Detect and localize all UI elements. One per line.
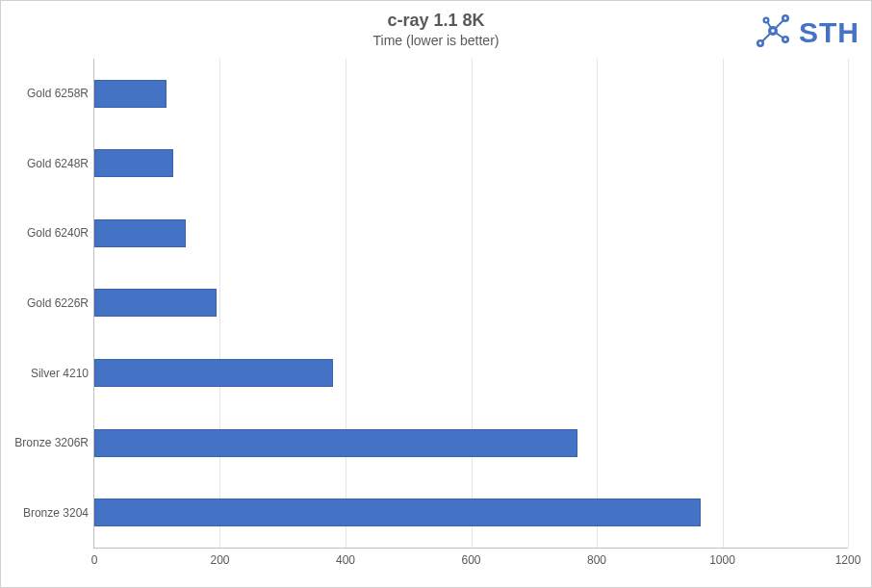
x-tick-label: 200	[210, 553, 229, 567]
y-tick-label: Bronze 3204	[8, 506, 89, 520]
gridline	[848, 59, 849, 548]
svg-point-12	[784, 38, 787, 41]
svg-point-13	[765, 19, 767, 21]
bar-row: Gold 6248R	[94, 129, 848, 199]
bar	[94, 359, 333, 387]
x-tick-label: 1200	[835, 553, 861, 567]
bar	[94, 219, 186, 247]
svg-point-9	[759, 42, 762, 45]
y-tick-label: Gold 6240R	[8, 226, 89, 240]
x-tick-label: 1000	[709, 553, 735, 567]
bar-row: Bronze 3206R	[94, 408, 848, 478]
bar	[94, 499, 701, 526]
bar-row: Gold 6240R	[94, 198, 848, 268]
bar-row: Gold 6258R	[94, 59, 848, 129]
bar-row: Silver 4210	[94, 338, 848, 408]
bar	[94, 80, 167, 108]
x-tick-label: 600	[461, 553, 480, 567]
x-tick-label: 0	[91, 553, 98, 567]
svg-point-10	[771, 29, 775, 33]
bar-row: Gold 6226R	[94, 268, 848, 339]
y-tick-label: Gold 6258R	[8, 87, 89, 100]
bar-row: Bronze 3204	[94, 477, 848, 548]
bar	[94, 429, 577, 457]
plot: 020040060080010001200Gold 6258RGold 6248…	[93, 59, 848, 549]
y-tick-label: Gold 6248R	[8, 157, 89, 170]
plot-area: 020040060080010001200Gold 6258RGold 6248…	[14, 59, 858, 574]
y-tick-label: Bronze 3206R	[8, 436, 89, 449]
svg-point-11	[784, 17, 787, 20]
bar	[94, 289, 217, 317]
x-tick-label: 400	[336, 553, 355, 567]
network-nodes-icon	[753, 11, 793, 55]
bar	[94, 149, 173, 177]
brand-logo: STH	[715, 11, 859, 55]
y-tick-label: Silver 4210	[8, 367, 89, 380]
brand-logo-text: STH	[799, 16, 859, 49]
x-tick-label: 800	[587, 553, 606, 567]
y-tick-label: Gold 6226R	[8, 296, 89, 310]
